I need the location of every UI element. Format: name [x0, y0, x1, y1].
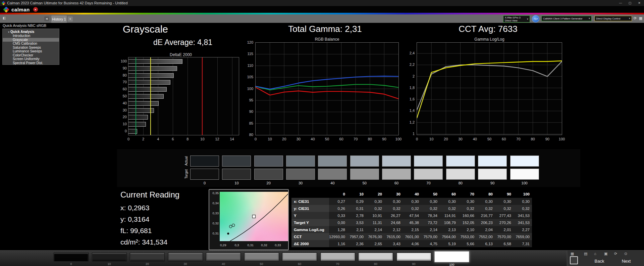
pattern-level-80[interactable]	[358, 253, 393, 261]
pattern-level-label: 50	[244, 262, 279, 266]
titlebar: Calman 2023 Calman Ultimate for Business…	[0, 0, 644, 6]
target-row-label: Target	[184, 167, 189, 181]
deltae-chart-title: DeltaE 2000	[130, 52, 231, 57]
grid-icon[interactable]: ▦	[639, 16, 642, 20]
add-tab-button[interactable]: +	[68, 16, 73, 21]
pattern-level-0[interactable]	[54, 253, 89, 261]
chevron-down-icon: ▼	[628, 17, 632, 19]
sidebar-item-screen-uniformity[interactable]: Screen Uniformity	[3, 57, 59, 61]
pattern-level-10[interactable]	[92, 253, 127, 261]
reading-fl: fL: 99,681	[120, 227, 152, 235]
cie-xtick: 0,31	[246, 243, 256, 247]
sidebar-item-cms-calibration[interactable]: CMS Calibration	[3, 42, 59, 46]
table-cell: 108,79	[440, 219, 458, 226]
cie-xtick: 0,33	[273, 243, 283, 247]
sidebar-root-node[interactable]: ▾Quick Analysis	[3, 29, 59, 34]
swatch-level-label: 50	[350, 181, 379, 185]
table-cell: 2,01	[495, 226, 514, 233]
deltae-ytick: 20	[111, 115, 127, 119]
sidebar-item-spectral-power-dist[interactable]: Spectral Power Dist.	[3, 61, 59, 65]
pattern-level-20[interactable]	[130, 253, 165, 261]
pattern-level-label: 40	[206, 262, 241, 266]
deltae-bar-10	[128, 122, 146, 127]
gamma-ytick: 1,4	[400, 108, 415, 113]
collapse-sidebar-button[interactable]: ◀	[44, 16, 49, 21]
chart-icon[interactable]: ▦	[571, 252, 574, 256]
deltae-xtick: 4	[155, 137, 161, 141]
table-cell: 4,06	[403, 240, 421, 247]
home-icon[interactable]: ⌂	[594, 252, 596, 256]
sidebar-item-colorchecker[interactable]: ColorChecker	[3, 53, 59, 57]
table-row-target-y: Target Y0,003,5311,3124,6845,3873,72108,…	[291, 219, 532, 226]
cie-target-marker	[253, 215, 256, 218]
pattern-level-50[interactable]	[244, 253, 279, 261]
video-window-button[interactable]	[570, 256, 578, 264]
gamma-xtick: 60	[500, 137, 508, 141]
swatch-level-label: 0	[190, 181, 219, 185]
back-button[interactable]: Back	[591, 259, 608, 264]
cie-ytick: 0,31	[210, 231, 219, 235]
meter-mode: Direct View	[505, 19, 526, 22]
sidebar-item-saturation-sweeps[interactable]: Saturation Sweeps	[3, 46, 59, 50]
display-control-dropdown[interactable]: Direct Display Control ▼	[594, 16, 632, 21]
close-button[interactable]: ✕	[635, 0, 644, 6]
table-cell: 2,14	[421, 226, 440, 233]
deltae-xtick: 0	[125, 137, 132, 141]
cie-xtick: 0,3	[232, 243, 242, 247]
sidebar-item-introduction[interactable]: Introduction	[3, 34, 59, 38]
swatch-band: Actual Target 0102030405060708090100	[117, 149, 580, 187]
table-cell: 341,53	[514, 212, 532, 219]
table-cell: 0,00	[329, 219, 347, 226]
pattern-generator-dropdown[interactable]: CalMAN Client 3 Pattern Generator ▼	[541, 16, 592, 21]
next-button[interactable]: Next	[618, 259, 635, 264]
meter-dropdown[interactable]: X-Rite i1Pro 3 Direct View ▼	[503, 15, 530, 23]
table-cell: 2,11	[347, 226, 366, 233]
page-icon[interactable]: ▤	[584, 252, 587, 256]
cie-panel: 0,350,340,330,320,310,290,30,310,320,33	[209, 189, 289, 250]
table-cell: 2,65	[366, 240, 384, 247]
gamma-ytick: 2,4	[400, 51, 415, 55]
pattern-level-100[interactable]	[434, 251, 469, 262]
row-label: y: CIE31	[291, 205, 329, 212]
pattern-level-60[interactable]	[282, 253, 317, 261]
rgb-xtick: 60	[337, 137, 345, 141]
pattern-level-40[interactable]	[206, 253, 241, 261]
pattern-level-90[interactable]	[396, 253, 431, 261]
pin-panel-icon[interactable]: ◧	[3, 16, 6, 20]
table-cell: 2,14	[366, 226, 384, 233]
row-label: Y	[291, 212, 329, 219]
pattern-level-30[interactable]	[168, 253, 203, 261]
table-cell: 5,66	[458, 240, 477, 247]
cct-average-value: CCT Avg: 7633	[438, 24, 538, 34]
sidebar-item-luminance-sweeps[interactable]: Luminance Sweeps	[3, 49, 59, 53]
table-cell: 2,12	[384, 226, 403, 233]
meter-status-badge[interactable]: 737	[532, 15, 539, 23]
tab-history-1[interactable]: History 1	[51, 15, 67, 23]
gamma-xtick: 30	[457, 137, 465, 141]
gamma-xtick: 70	[514, 137, 522, 141]
actual-swatch-90	[478, 156, 507, 167]
maximize-button[interactable]: ▢	[625, 0, 635, 6]
window-title: Calman 2023 Calman Ultimate for Business…	[7, 1, 128, 5]
power-icon[interactable]: ⊙	[624, 252, 627, 256]
swatch-level-label: 40	[318, 181, 347, 185]
cie-xtick: 0,32	[259, 243, 269, 247]
table-cell: 0,32	[384, 205, 403, 212]
rgb-ytick: 100	[238, 87, 253, 91]
sync-icon[interactable]: ⟳	[634, 16, 637, 20]
table-cell: 0,30	[366, 198, 384, 205]
rgb-xtick: 30	[294, 137, 303, 141]
results-table: 0102030405060708090100x: CIE310,270,290,…	[291, 190, 532, 247]
logo-menu-button[interactable]: ▼	[33, 7, 38, 12]
table-cell: 2,78	[347, 212, 366, 219]
row-label: Gamma Log/Log	[291, 226, 329, 233]
save-icon[interactable]: ▣	[604, 252, 607, 256]
pattern-level-70[interactable]	[320, 253, 355, 261]
sidebar-item-grayscale[interactable]: Grayscale	[3, 38, 59, 42]
deltae-xtick: 2	[140, 137, 147, 141]
refresh-icon[interactable]: ⟳	[614, 252, 617, 256]
calman-app: Calman 2023 Calman Ultimate for Business…	[0, 0, 644, 266]
rgb-xtick: 70	[352, 137, 360, 141]
swatch-level-label: 10	[222, 181, 251, 185]
minimize-button[interactable]: —	[616, 0, 625, 6]
